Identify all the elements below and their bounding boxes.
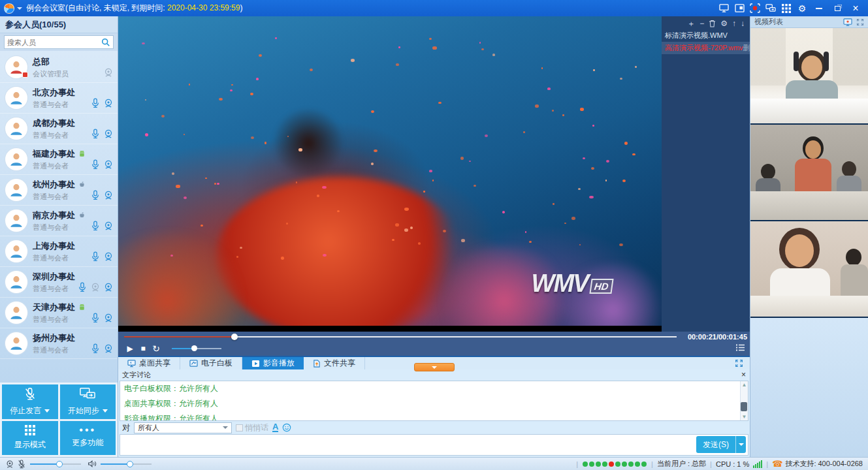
participant-list: 总部会议管理员 北京办事处普通与会者 成都办事处普通与会者 福建办事处普通与会者 [0,51,118,383]
tab-media-playback[interactable]: 影音播放 [242,357,304,369]
participant-row[interactable]: 北京办事处普通与会者 [0,83,118,114]
camera-icon[interactable] [103,129,114,139]
mic-icon[interactable] [77,282,88,292]
playlist-toggle-icon[interactable] [736,344,745,353]
mic-icon[interactable] [90,159,101,170]
screen-share-icon[interactable] [716,2,731,15]
send-options-icon[interactable] [735,436,746,453]
restore-button[interactable] [829,2,846,15]
playlist-item[interactable]: 标清演示视频.WMV [662,29,750,42]
participant-row[interactable]: 杭州办事处普通与会者 [0,175,118,206]
camera-icon[interactable] [103,221,114,231]
settings-gear-icon[interactable]: ⚙ [795,2,809,15]
mic-muted-status-icon[interactable] [17,460,26,469]
whisper-checkbox[interactable] [236,424,243,431]
stop-button[interactable]: ■ [137,344,150,353]
sync-screens-icon[interactable] [764,2,778,15]
avatar [5,148,27,170]
camera-icon[interactable] [103,313,114,323]
expand-panel-icon[interactable] [728,357,750,369]
record-icon[interactable] [748,2,762,15]
search-input[interactable] [7,39,101,46]
participant-row[interactable]: 天津办事处普通与会者 [0,298,118,328]
volume-slider[interactable] [172,345,221,352]
tab-file-share[interactable]: 文件共享 [304,357,365,369]
video-window-icon[interactable] [843,18,852,26]
chat-close-icon[interactable]: × [741,371,746,379]
emoji-icon[interactable] [282,423,291,432]
participant-row[interactable]: 成都办事处普通与会者 [0,114,118,144]
chat-scrollbar[interactable]: ▲ ▼ [740,381,748,420]
participant-row[interactable]: 总部会议管理员 [0,52,118,83]
display-grid-icon[interactable] [779,2,794,15]
chat-compose-area[interactable]: 发送(S) [120,434,748,456]
send-button[interactable]: 发送(S) [696,436,746,453]
mic-volume-slider[interactable] [30,461,81,467]
playlist-item-selected[interactable]: 高清演示视频-720P.wmv删除 [662,42,750,54]
stop-speaking-button[interactable]: 停止发言 [2,384,58,419]
play-button[interactable]: ▶ [123,344,137,353]
window-layout-icon[interactable] [732,2,747,15]
display-mode-button[interactable]: 显示模式 [2,421,58,456]
android-icon [78,303,86,311]
scroll-up-icon[interactable]: ▲ [742,382,747,388]
camera-icon[interactable] [103,343,114,354]
move-down-icon[interactable]: ↓ [741,20,745,27]
video-thumbnail[interactable] [750,28,868,125]
camera-icon[interactable] [103,282,114,292]
participant-row[interactable]: 扬州办事处普通与会者 [0,328,118,359]
mic-icon[interactable] [90,129,101,139]
add-file-icon[interactable]: ＋ [687,20,695,27]
trash-icon[interactable] [709,20,716,27]
camera-icon[interactable] [103,98,114,108]
chat-collapse-handle[interactable] [414,363,455,371]
scroll-thumb[interactable] [741,402,747,411]
video-thumbnail[interactable] [750,221,868,318]
playlist-settings-icon[interactable]: ⚙ [720,20,728,27]
remove-file-icon[interactable]: − [699,20,704,27]
mic-volume-handle[interactable] [56,461,63,467]
close-button[interactable]: × [847,2,864,15]
camera-icon[interactable] [103,190,114,200]
camera-icon[interactable] [103,159,114,170]
camera-icon[interactable] [103,251,114,262]
move-up-icon[interactable]: ↑ [732,20,736,27]
volume-handle[interactable] [191,345,197,351]
chevron-down-icon[interactable] [17,7,22,10]
recipient-select[interactable]: 所有人 [134,422,232,433]
webcam-status-icon[interactable] [5,460,14,469]
minimize-button[interactable] [811,2,828,15]
participant-row[interactable]: 福建办事处普通与会者 [0,144,118,175]
apple-icon [78,180,86,189]
participant-row[interactable]: 深圳办事处普通与会者 [0,267,118,298]
mic-icon[interactable] [90,313,101,323]
delete-file-button[interactable]: 删除 [743,42,750,54]
speaker-volume-slider[interactable] [101,461,152,467]
mic-icon[interactable] [90,98,101,108]
participant-row[interactable]: 上海办事处普通与会者 [0,236,118,267]
more-features-button[interactable]: ••• 更多功能 [60,421,116,456]
video-thumbnail[interactable] [750,125,868,221]
speaker-volume-handle[interactable] [127,461,133,467]
mic-icon[interactable] [90,190,101,200]
mic-icon[interactable] [90,343,101,354]
chevron-down-icon[interactable] [103,409,108,413]
start-sync-button[interactable]: 开始同步 [60,384,116,419]
camera-off-icon[interactable] [90,282,101,292]
speaker-icon[interactable] [88,460,97,468]
expand-icon[interactable] [856,18,864,26]
mic-icon[interactable] [90,251,101,262]
participant-row[interactable]: 南京办事处普通与会者 [0,206,118,236]
seek-bar[interactable] [124,336,677,337]
replay-button[interactable]: ↻ [150,343,163,354]
tab-whiteboard[interactable]: 电子白板 [180,357,242,369]
font-button[interactable]: A [272,423,278,432]
mic-icon[interactable] [90,221,101,231]
scroll-down-icon[interactable]: ▼ [742,414,747,420]
tab-desktop-share[interactable]: 桌面共享 [118,357,180,369]
seek-handle[interactable] [231,334,238,340]
search-icon[interactable] [101,38,110,47]
camera-off-icon[interactable] [103,67,114,78]
chevron-down-icon[interactable] [44,409,50,413]
video-content[interactable]: WMV HD [118,16,662,332]
